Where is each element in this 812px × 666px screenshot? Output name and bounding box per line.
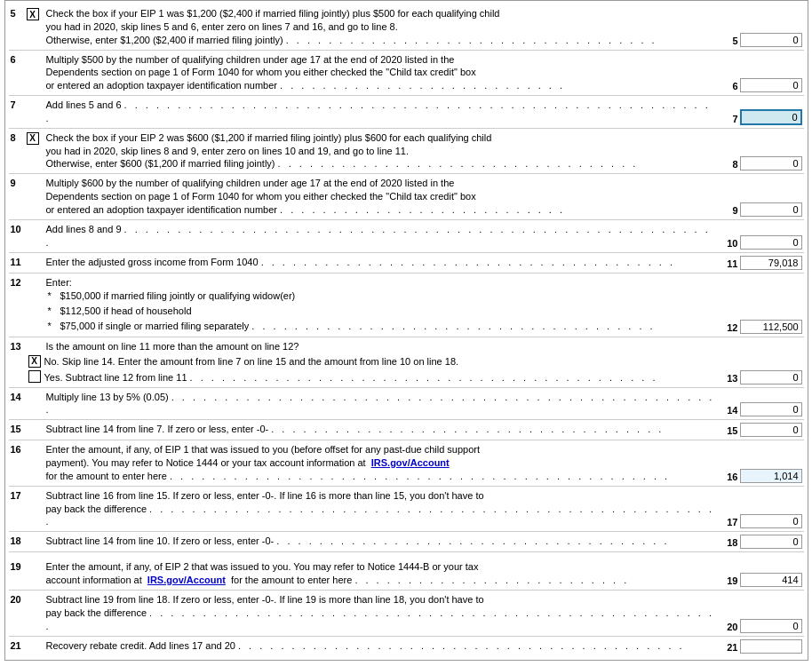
line-13-checkbox-area bbox=[27, 340, 46, 341]
line-5-checkbox-area[interactable]: X bbox=[27, 7, 46, 20]
line-18-checkbox-area bbox=[27, 535, 46, 535]
line-21-ref: 21 bbox=[720, 642, 740, 654]
line-8-text: Check the box if your EIP 2 was $600 ($1… bbox=[46, 131, 720, 171]
line-18-row: 18 Subtract line 14 from line 10. If zer… bbox=[9, 532, 804, 552]
line-17-ref: 17 bbox=[720, 517, 740, 528]
line-7-ref: 7 bbox=[720, 114, 740, 125]
line-8-amount[interactable]: 0 bbox=[740, 156, 802, 170]
line-8-checkbox[interactable]: X bbox=[27, 132, 39, 145]
line-14-checkbox-area bbox=[27, 391, 46, 392]
line-5-text: Check the box if your EIP 1 was $1,200 (… bbox=[46, 7, 720, 47]
line-5-checkbox[interactable]: X bbox=[27, 8, 39, 20]
line-20-text: Subtract line 19 from line 18. If zero o… bbox=[46, 593, 720, 633]
line-17-row: 17 Subtract line 16 from line 15. If zer… bbox=[9, 487, 804, 533]
line-20-checkbox-area bbox=[27, 593, 46, 594]
line-6-amount[interactable]: 0 bbox=[740, 78, 802, 92]
line-19-checkbox-area bbox=[27, 560, 46, 561]
line-17-checkbox-area bbox=[27, 489, 46, 490]
line-6-checkbox-area bbox=[27, 53, 46, 54]
line-11-row: 11 Enter the adjusted gross income from … bbox=[9, 253, 804, 274]
line-13-no-text: No. Skip line 14. Enter the amount from … bbox=[44, 355, 802, 369]
line-10-ref: 10 bbox=[720, 238, 740, 250]
line-19-link[interactable]: IRS.gov/Account bbox=[147, 575, 226, 585]
line-13-amount[interactable]: 0 bbox=[740, 370, 802, 385]
bullet-icon-2: * bbox=[48, 305, 60, 318]
line-6-row: 6 Multiply $500 by the number of qualify… bbox=[9, 51, 804, 97]
bullet-icon-1: * bbox=[48, 289, 60, 303]
line-16-text: Enter the amount, if any, of EIP 1 that … bbox=[46, 443, 720, 483]
line-14-amount[interactable]: 0 bbox=[740, 402, 802, 416]
line-21-amount[interactable] bbox=[740, 639, 802, 654]
line-19-amount[interactable]: 414 bbox=[740, 573, 802, 587]
line-15-ref: 15 bbox=[720, 425, 740, 437]
line-13-yes-checkbox[interactable] bbox=[28, 370, 41, 383]
line-6-ref: 6 bbox=[720, 81, 740, 92]
line-13-ref: 13 bbox=[720, 373, 740, 385]
line-9-number: 9 bbox=[11, 177, 27, 188]
line-10-number: 10 bbox=[11, 223, 27, 234]
line-12-ref: 12 bbox=[720, 322, 740, 334]
line-16-checkbox-area bbox=[27, 443, 46, 444]
line-13-no-checkbox[interactable]: X bbox=[28, 355, 41, 368]
line-16-row: 16 Enter the amount, if any, of EIP 1 th… bbox=[9, 440, 804, 487]
line-12-amount[interactable]: 112,500 bbox=[740, 320, 802, 334]
line-21-text: Recovery rebate credit. Add lines 17 and… bbox=[46, 639, 720, 653]
line-13-question-text: Is the amount on line 11 more than the a… bbox=[46, 340, 802, 353]
line-16-number: 16 bbox=[11, 443, 27, 455]
line-10-checkbox-area bbox=[27, 223, 46, 224]
line-19-row: 19 Enter the amount, if any, of EIP 2 th… bbox=[9, 558, 804, 591]
line-13-yes-text: Yes. Subtract line 12 from line 11 . . .… bbox=[44, 371, 720, 385]
line-11-text: Enter the adjusted gross income from For… bbox=[46, 256, 720, 269]
line-15-row: 15 Subtract line 14 from line 7. If zero… bbox=[9, 420, 804, 440]
line-12-number: 12 bbox=[11, 276, 27, 288]
line-16-link[interactable]: IRS.gov/Account bbox=[371, 457, 450, 468]
line-7-row: 7 Add lines 5 and 6 . . . . . . . . . . … bbox=[9, 96, 804, 129]
bullet-icon-3: * bbox=[48, 320, 60, 333]
line-9-row: 9 Multiply $600 by the number of qualify… bbox=[9, 174, 804, 220]
line-20-ref: 20 bbox=[720, 622, 740, 633]
line-21-number: 21 bbox=[11, 639, 27, 651]
line-7-number: 7 bbox=[11, 99, 27, 110]
line-9-amount[interactable]: 0 bbox=[740, 202, 802, 217]
line-18-amount[interactable]: 0 bbox=[740, 535, 802, 549]
line-15-amount[interactable]: 0 bbox=[740, 423, 802, 437]
line-10-amount[interactable]: 0 bbox=[740, 235, 802, 250]
line-12-bullet-1: $150,000 if married filing jointly or qu… bbox=[60, 289, 296, 303]
line-11-ref: 11 bbox=[720, 258, 740, 270]
line-21-checkbox-area bbox=[27, 639, 46, 640]
line-12-bullet-3: $75,000 if single or married filing sepa… bbox=[60, 320, 656, 333]
line-8-checkbox-area[interactable]: X bbox=[27, 131, 46, 145]
line-5-row: 5 X Check the box if your EIP 1 was $1,2… bbox=[9, 4, 804, 51]
line-9-text: Multiply $600 by the number of qualifyin… bbox=[46, 177, 720, 217]
line-18-number: 18 bbox=[11, 535, 27, 546]
line-12-text: Enter: bbox=[46, 276, 720, 289]
line-7-amount[interactable]: 0 bbox=[740, 109, 802, 125]
line-15-number: 15 bbox=[11, 423, 27, 434]
line-16-amount[interactable]: 1,014 bbox=[740, 469, 802, 483]
line-16-ref: 16 bbox=[720, 472, 740, 483]
line-6-text: Multiply $500 by the number of qualifyin… bbox=[46, 53, 720, 93]
line-21-row: 21 Recovery rebate credit. Add lines 17 … bbox=[9, 637, 804, 656]
line-11-number: 11 bbox=[11, 256, 27, 267]
line-11-amount[interactable]: 79,018 bbox=[740, 256, 802, 270]
line-12-bullets: * $150,000 if married filing jointly or … bbox=[46, 289, 720, 334]
line-20-number: 20 bbox=[11, 593, 27, 605]
line-17-amount[interactable]: 0 bbox=[740, 514, 802, 528]
line-8-ref: 8 bbox=[720, 159, 740, 170]
line-5-number: 5 bbox=[11, 7, 27, 19]
line-9-ref: 9 bbox=[720, 205, 740, 217]
form-container: 5 X Check the box if your EIP 1 was $1,2… bbox=[4, 0, 808, 661]
line-13-number: 13 bbox=[11, 340, 27, 352]
line-12-bullet-2: $112,500 if head of household bbox=[60, 305, 192, 318]
line-17-text: Subtract line 16 from line 15. If zero o… bbox=[46, 489, 720, 529]
line-20-row: 20 Subtract line 19 from line 18. If zer… bbox=[9, 591, 804, 637]
line-14-text: Multiply line 13 by 5% (0.05) . . . . . … bbox=[46, 391, 720, 417]
line-18-ref: 18 bbox=[720, 537, 740, 549]
line-5-amount[interactable]: 0 bbox=[740, 33, 802, 47]
line-19-text: Enter the amount, if any, of EIP 2 that … bbox=[46, 560, 720, 587]
line-15-text: Subtract line 14 from line 7. If zero or… bbox=[46, 423, 720, 436]
line-7-checkbox-area bbox=[27, 99, 46, 99]
line-20-amount[interactable]: 0 bbox=[740, 619, 802, 633]
line-12-row: 12 Enter: * $150,000 if married filing j… bbox=[9, 274, 804, 337]
line-13-question-row: 13 Is the amount on line 11 more than th… bbox=[9, 337, 804, 388]
